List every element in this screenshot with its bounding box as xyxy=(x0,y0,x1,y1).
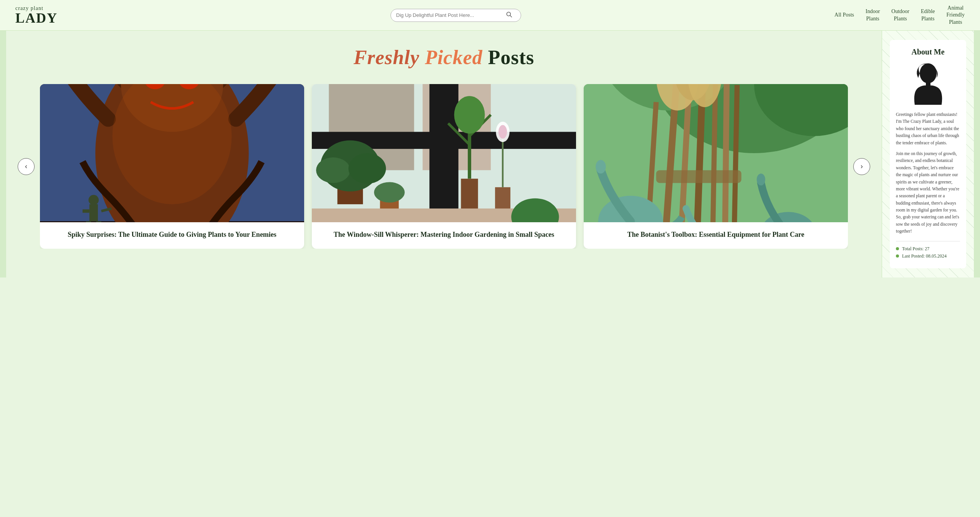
stat-dot-2 xyxy=(896,254,899,258)
svg-rect-8 xyxy=(89,204,98,221)
svg-point-55 xyxy=(596,160,606,174)
nav-edible-plants[interactable]: EdiblePlants xyxy=(921,7,935,23)
cards-container: Spiky Surprises: The Ultimate Guide to G… xyxy=(40,84,848,249)
monster-scene-svg xyxy=(40,84,304,222)
stat-dot-1 xyxy=(896,247,899,250)
site-header: crazy plant LADY All Posts IndoorPlants … xyxy=(0,0,980,31)
chevron-right-icon: › xyxy=(861,162,863,170)
card-3-image xyxy=(584,84,848,222)
chevron-left-icon: ‹ xyxy=(25,162,27,170)
svg-point-34 xyxy=(374,182,405,202)
svg-point-9 xyxy=(89,195,99,205)
sidebar-stats: Total Posts: 27 Last Posted: 08.05.2024 xyxy=(896,241,960,259)
site-logo[interactable]: crazy plant LADY xyxy=(15,6,77,25)
main-nav: All Posts IndoorPlants OutdoorPlants Edi… xyxy=(834,3,965,27)
indoor-plants-svg xyxy=(312,84,576,222)
card-3-title: The Botanist's Toolbox: Essential Equipm… xyxy=(584,222,848,249)
svg-point-32 xyxy=(498,125,507,139)
nav-animal-friendly-plants[interactable]: AnimalFriendlyPlants xyxy=(947,3,965,27)
post-card-2[interactable]: The Window-Sill Whisperer: Mastering Ind… xyxy=(312,84,576,249)
search-area xyxy=(77,9,834,22)
total-posts-label: Total Posts: 27 xyxy=(902,246,929,252)
main-layout: Freshly Picked Posts ‹ xyxy=(0,31,980,277)
carousel: ‹ xyxy=(18,84,870,249)
avatar-area xyxy=(896,63,960,105)
nav-all-posts[interactable]: All Posts xyxy=(834,10,854,20)
svg-rect-13 xyxy=(96,221,101,222)
logo-bottom: LADY xyxy=(15,11,77,25)
search-input[interactable] xyxy=(396,12,504,18)
card-1-image xyxy=(40,84,304,222)
last-posted-row: Last Posted: 08.05.2024 xyxy=(896,253,960,259)
about-text: Greetings fellow plant enthusiasts! I'm … xyxy=(896,111,960,235)
page-title-section: Freshly Picked Posts xyxy=(18,46,870,69)
card-2-title: The Window-Sill Whisperer: Mastering Ind… xyxy=(312,222,576,249)
svg-point-22 xyxy=(316,157,350,183)
card-1-title: Spiky Surprises: The Ultimate Guide to G… xyxy=(40,222,304,249)
carousel-next-button[interactable]: › xyxy=(853,158,870,175)
post-card-3[interactable]: The Botanist's Toolbox: Essential Equipm… xyxy=(584,84,848,249)
title-freshly: Freshly xyxy=(354,46,420,68)
nav-indoor-plants[interactable]: IndoorPlants xyxy=(866,7,880,23)
search-icon xyxy=(506,12,512,18)
svg-rect-12 xyxy=(86,221,91,222)
svg-point-58 xyxy=(757,173,765,185)
carousel-prev-button[interactable]: ‹ xyxy=(18,158,35,175)
page-heading: Freshly Picked Posts xyxy=(18,46,870,69)
card-2-image xyxy=(312,84,576,222)
about-me-card: About Me Greetings fellow plant enthusia… xyxy=(890,40,966,268)
svg-point-28 xyxy=(454,96,485,134)
sidebar: About Me Greetings fellow plant enthusia… xyxy=(882,31,974,277)
content-area: Freshly Picked Posts ‹ xyxy=(6,31,882,277)
svg-rect-61 xyxy=(656,170,742,183)
title-posts: Posts xyxy=(488,46,535,68)
avatar xyxy=(909,63,947,105)
svg-point-62 xyxy=(920,63,937,83)
post-card-1[interactable]: Spiky Surprises: The Ultimate Guide to G… xyxy=(40,84,304,249)
svg-line-47 xyxy=(724,84,727,222)
search-box xyxy=(391,9,521,22)
title-picked: Picked xyxy=(425,46,482,68)
svg-rect-18 xyxy=(429,84,458,222)
last-posted-label: Last Posted: 08.05.2024 xyxy=(902,253,947,259)
svg-line-1 xyxy=(510,15,512,17)
svg-point-23 xyxy=(348,153,386,184)
right-scrollbar[interactable] xyxy=(974,31,980,277)
nav-outdoor-plants[interactable]: OutdoorPlants xyxy=(891,7,909,23)
left-scrollbar[interactable] xyxy=(0,31,6,277)
tools-svg xyxy=(584,84,848,222)
about-me-title: About Me xyxy=(896,48,960,56)
total-posts-row: Total Posts: 27 xyxy=(896,246,960,252)
svg-rect-24 xyxy=(461,179,478,213)
search-button[interactable] xyxy=(506,12,512,19)
